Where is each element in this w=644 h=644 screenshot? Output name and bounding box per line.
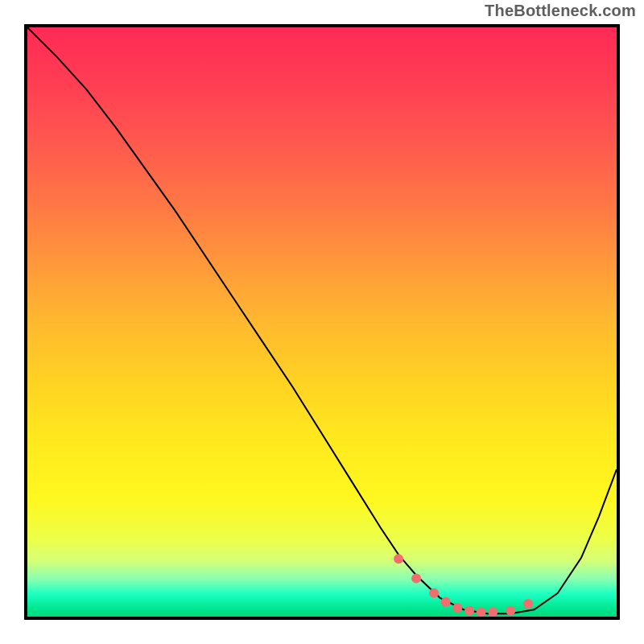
floor-marker-dot <box>394 554 403 564</box>
floor-marker-dot <box>429 588 439 598</box>
plot-area <box>24 24 620 620</box>
watermark-text: TheBottleneck.com <box>485 2 636 20</box>
chart-svg <box>27 27 617 617</box>
floor-marker-dot <box>452 603 462 613</box>
floor-marker-dot <box>523 599 533 609</box>
chart-container: TheBottleneck.com <box>0 0 644 644</box>
floor-marker-dot <box>411 573 421 583</box>
floor-marker-dot <box>441 597 451 607</box>
floor-marker-dot <box>506 606 515 616</box>
floor-marker-dot <box>464 606 474 616</box>
background-gradient <box>27 27 617 617</box>
floor-marker-dot <box>488 607 497 617</box>
floor-marker-dot <box>477 607 486 617</box>
